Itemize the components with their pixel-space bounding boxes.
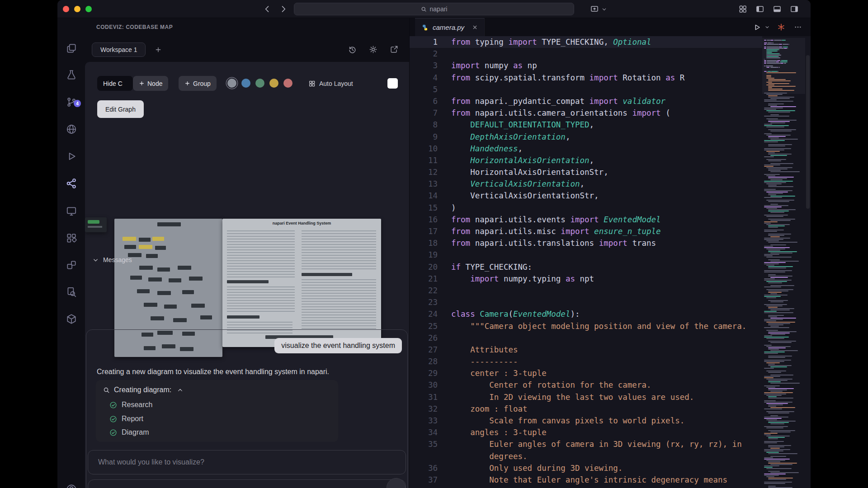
assistant-message: Creating a new diagram to visualize the …	[97, 368, 329, 376]
chat-container: visualize the event handling system Crea…	[86, 329, 408, 488]
code-line: 3import numpy as np	[410, 60, 762, 71]
code-line: 27 Attributes	[410, 344, 762, 356]
code-line: 12 HorizontalAxisOrientationStr,	[410, 166, 762, 178]
chat-toolbar	[88, 479, 406, 488]
code-line: 22	[410, 285, 762, 296]
code-line: 24class Camera(EventedModel):	[410, 308, 762, 320]
background-color-swatch[interactable]	[387, 78, 398, 89]
remote-window-icon[interactable]	[66, 205, 77, 217]
color-swatch-gray[interactable]	[227, 79, 236, 88]
chevron-down-icon	[93, 257, 99, 263]
panel-title: CODEVIZ: CODEBASE MAP	[96, 24, 173, 30]
plus-icon	[139, 80, 145, 86]
code-line: 25 """Camera object modeling position an…	[410, 320, 762, 332]
globe-icon[interactable]	[66, 123, 77, 135]
diagram-thumbnail-report[interactable]: napari Event Handling System	[222, 219, 381, 347]
chevron-down-icon[interactable]	[601, 4, 607, 14]
shapes-icon[interactable]	[66, 259, 77, 271]
color-swatch-yellow[interactable]	[269, 79, 278, 88]
explorer-icon[interactable]	[66, 42, 77, 54]
screencast-icon[interactable]	[589, 4, 600, 14]
toggle-bottom-panel-icon[interactable]	[772, 4, 783, 14]
code-line: 31 In 2D viewing the last two values are…	[410, 391, 762, 403]
code-line: 5	[410, 84, 762, 95]
chat-input-box	[88, 450, 406, 474]
maximize-window-button[interactable]	[85, 6, 92, 12]
activity-bar: 4	[57, 18, 85, 488]
tab-camera-py[interactable]: camera.py	[415, 18, 485, 36]
code-line: 10 Handedness,	[410, 143, 762, 155]
more-actions-icon[interactable]	[793, 22, 803, 33]
code-line: 36 Only used during 3D viewing.	[410, 462, 762, 474]
hide-controls-button[interactable]: Hide C	[97, 76, 133, 91]
messages-toggle[interactable]: Messages	[93, 256, 132, 263]
chevron-up-icon	[177, 387, 183, 393]
app-window: napari	[57, 0, 811, 488]
code-line: 26	[410, 332, 762, 344]
code-line: 9 DepthAxisOrientation,	[410, 131, 762, 143]
color-swatch-red[interactable]	[283, 79, 292, 88]
gear-icon[interactable]	[368, 44, 378, 55]
back-icon[interactable]	[262, 4, 273, 14]
search-input[interactable]: napari	[294, 3, 574, 15]
plus-icon	[184, 80, 190, 86]
extensions-icon[interactable]	[66, 232, 77, 244]
package-icon[interactable]	[66, 313, 77, 325]
task-header[interactable]: Creating diagram:	[103, 384, 183, 396]
minimap[interactable]	[762, 36, 805, 488]
workspace-tab[interactable]: Workspace 1	[92, 42, 146, 57]
close-tab-icon[interactable]	[472, 24, 478, 30]
code-line: 32 zoom : float	[410, 403, 762, 415]
add-group-button[interactable]: Group	[179, 76, 217, 91]
toggle-left-panel-icon[interactable]	[755, 4, 765, 14]
diagram-thumbnail-corner[interactable]	[85, 217, 107, 232]
code-lines: 1from typing import TYPE_CHECKING, Optio…	[410, 36, 762, 486]
code-line: 33 Scale from canvas pixels to world pix…	[410, 415, 762, 427]
code-line: 23	[410, 296, 762, 308]
color-swatch-blue[interactable]	[241, 79, 250, 88]
code-line: 34 angles : 3-tuple	[410, 427, 762, 438]
minimize-window-button[interactable]	[74, 6, 80, 12]
check-circle-icon	[109, 415, 117, 423]
code-line: 4from scipy.spatial.transform import Rot…	[410, 72, 762, 84]
history-icon[interactable]	[347, 44, 358, 55]
code-line: 21 import numpy.typing as npt	[410, 273, 762, 285]
code-line: 16from napari.utils.events import Evente…	[410, 214, 762, 225]
open-external-icon[interactable]	[388, 44, 399, 55]
toggle-right-panel-icon[interactable]	[789, 4, 800, 14]
diagram-canvas[interactable]: Hide C Node Group Auto Layout	[85, 62, 409, 488]
run-file-icon[interactable]	[751, 22, 762, 33]
forward-icon[interactable]	[278, 4, 289, 14]
add-workspace-icon[interactable]	[153, 44, 164, 55]
color-swatch-green[interactable]	[255, 79, 264, 88]
extension-asterisk-icon[interactable]	[776, 22, 787, 33]
graph-view-icon[interactable]	[66, 178, 77, 189]
chat-input[interactable]	[88, 450, 406, 474]
run-debug-icon[interactable]	[66, 150, 77, 162]
search-icon	[421, 6, 427, 12]
beaker-icon[interactable]	[66, 69, 77, 81]
user-message-bubble: visualize the event handling system	[274, 338, 402, 353]
check-circle-icon	[109, 401, 117, 409]
editor-pane: camera.py 1from typing import TYPE_CHECK…	[409, 18, 811, 488]
preview-title: napari Event Handling System	[222, 221, 381, 225]
account-icon[interactable]	[66, 483, 77, 488]
add-node-button[interactable]: Node	[133, 76, 168, 91]
code-line: 30 Center of rotation for the camera.	[410, 379, 762, 391]
title-bar: napari	[57, 0, 811, 18]
python-icon	[421, 24, 429, 31]
search-file-icon[interactable]	[66, 286, 77, 298]
task-progress-box: Creating diagram: Research Report Diagra…	[96, 380, 338, 442]
tab-label: camera.py	[433, 23, 464, 31]
close-window-button[interactable]	[63, 6, 69, 12]
editor-scrollbar[interactable]	[805, 36, 811, 488]
edit-graph-button[interactable]: Edit Graph	[97, 100, 144, 118]
scrollbar-thumb[interactable]	[806, 55, 810, 209]
task-step: Research	[109, 399, 152, 411]
code-line: 29 center : 3-tuple	[410, 367, 762, 379]
grid-layout-icon[interactable]	[737, 4, 748, 14]
run-dropdown-chevron-icon[interactable]	[764, 22, 770, 33]
code-line: 14 VerticalAxisOrientationStr,	[410, 190, 762, 202]
code-editor[interactable]: 1from typing import TYPE_CHECKING, Optio…	[410, 36, 762, 488]
auto-layout-button[interactable]: Auto Layout	[308, 76, 353, 91]
